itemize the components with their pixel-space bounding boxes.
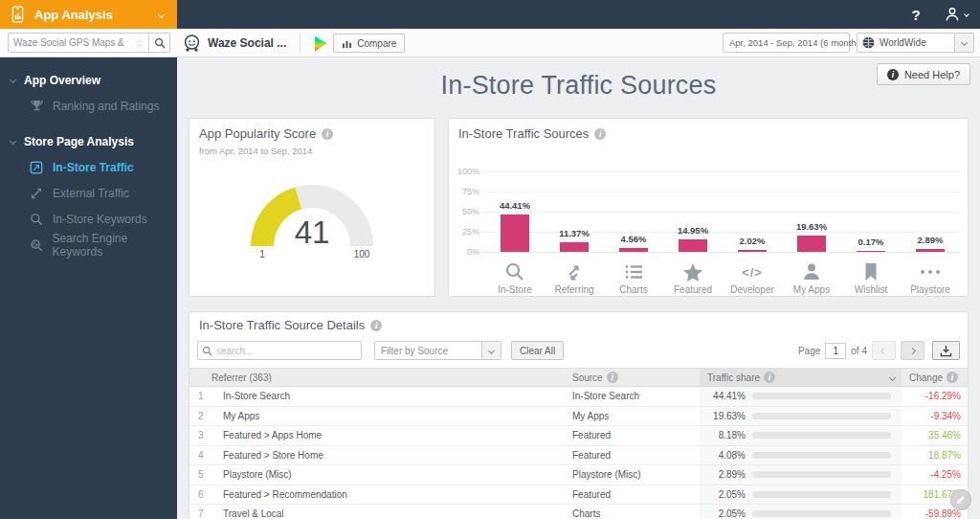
filter-by-source-select[interactable]: Filter by Source	[374, 341, 501, 360]
row-number: 2	[189, 411, 223, 421]
feedback-button[interactable]	[950, 489, 971, 510]
magnifier-icon	[198, 346, 216, 356]
sidebar-item-search-engine-keywords[interactable]: Search Engine Keywords	[0, 232, 177, 258]
bookmark-icon	[841, 260, 901, 283]
sidebar-section-store-page-analysis[interactable]: Store Page Analysis	[0, 128, 177, 154]
card-subtitle: from Apr, 2014 to Sep, 2014	[199, 146, 312, 156]
pagination: Page of 4	[798, 341, 960, 360]
waze-logo-icon	[182, 34, 202, 54]
referrer-cell: Travel & Local	[223, 508, 572, 519]
referrer-cell: Featured > Apps Home	[223, 430, 572, 440]
clear-all-button[interactable]: Clear All	[511, 341, 564, 360]
bar	[857, 251, 885, 253]
sidebar-section-app-overview[interactable]: App Overview	[0, 67, 177, 93]
app-search-input[interactable]	[9, 37, 130, 48]
date-range-value: Apr, 2014 - Sep, 2014 (6 months)	[729, 37, 863, 48]
sidebar-item-external-traffic[interactable]: External Traffic	[0, 180, 177, 206]
sidebar-item-in-store-traffic[interactable]: In-Store Traffic	[0, 154, 177, 180]
bar	[916, 249, 945, 252]
info-icon[interactable]	[594, 128, 606, 140]
card-title: In-Store Traffic Sources	[458, 126, 589, 141]
dropdown-arrow-icon	[954, 34, 973, 52]
sidebar-item-label: Ranking and Ratings	[53, 100, 159, 113]
share-bar-track	[752, 491, 891, 498]
header-label: Referrer (363)	[212, 372, 272, 383]
traffic-share-cell: 2.05%	[700, 485, 902, 505]
source-cell: Featured	[572, 489, 700, 500]
need-help-label: Need Help?	[904, 69, 960, 80]
ellipsis-icon	[901, 260, 960, 283]
compare-button[interactable]: Compare	[333, 34, 405, 53]
category-label: Charts	[604, 284, 663, 295]
region-selector[interactable]: WorldWide	[857, 33, 974, 53]
header-label: Change	[909, 372, 943, 383]
traffic-share-cell: 44.41%	[700, 387, 902, 406]
need-help-button[interactable]: Need Help?	[877, 63, 970, 85]
change-cell: -4.25%	[902, 469, 968, 480]
app-search-box: ☆	[8, 33, 170, 53]
favorite-star-icon[interactable]: ☆	[130, 36, 148, 50]
bar-value-label: 11.37%	[559, 228, 590, 238]
table-body: 1 In-Store Search In-Store Search 44.41%…	[189, 387, 968, 519]
y-tick: 0%	[453, 247, 479, 257]
info-icon	[887, 69, 899, 80]
traffic-source-details-card: In-Store Traffic Source Details Filter b…	[189, 311, 969, 519]
bar-value-label: 44.41%	[500, 200, 530, 211]
gauge-max-label: 100	[350, 249, 373, 260]
sidebar-item-in-store-keywords[interactable]: In-Store Keywords	[0, 206, 177, 232]
help-button[interactable]: ?	[902, 0, 930, 29]
traffic-share-cell: 19.63%	[700, 407, 902, 426]
region-value: WorldWide	[875, 37, 954, 48]
next-page-button[interactable]	[901, 341, 924, 360]
share-bar-track	[752, 452, 891, 459]
chevron-down-icon	[10, 77, 16, 83]
table-search-input[interactable]	[216, 346, 361, 356]
filter-label: Filter by Source	[375, 346, 481, 356]
page-label: Page	[798, 346, 820, 356]
traffic-sources-chart-card: In-Store Traffic Sources 100% 75% 50% 25…	[448, 118, 969, 297]
share-bar-track	[752, 471, 891, 478]
row-number: 7	[189, 508, 223, 519]
change-cell: -16.29%	[902, 391, 968, 401]
date-range-picker[interactable]: Apr, 2014 - Sep, 2014 (6 months)	[723, 33, 850, 53]
phone-chart-icon	[10, 5, 26, 24]
referrer-cell: My Apps	[223, 411, 572, 421]
table-row: 7 Travel & Local Charts 2.05% -59.89%	[189, 505, 968, 519]
info-icon[interactable]	[607, 372, 618, 383]
export-button[interactable]	[932, 341, 960, 360]
info-icon[interactable]	[764, 372, 775, 383]
column-header-traffic-share[interactable]: Traffic share	[700, 369, 902, 386]
page-number-input[interactable]	[825, 343, 846, 359]
info-icon[interactable]	[370, 320, 382, 331]
chart-column-referring: 11.37% Referring	[545, 168, 604, 294]
gauge-min-label: 1	[255, 249, 270, 260]
share-bar-track	[752, 432, 891, 439]
user-menu[interactable]	[938, 0, 974, 29]
sidebar-item-ranking-and-ratings[interactable]: Ranking and Ratings	[0, 93, 177, 119]
table-header: Referrer (363) Source Traffic share Chan…	[189, 368, 968, 387]
info-icon[interactable]	[947, 372, 958, 383]
keywords-magnifier-icon	[29, 212, 44, 227]
sidebar-item-label: In-Store Traffic	[53, 161, 134, 174]
column-header-change[interactable]: Change	[902, 369, 968, 386]
info-icon[interactable]	[322, 128, 333, 140]
search-engine-icon	[29, 237, 44, 253]
sort-descending-icon[interactable]	[889, 373, 896, 380]
traffic-share-cell: 8.18%	[700, 426, 902, 445]
search-submit-button[interactable]	[148, 34, 169, 52]
column-header-referrer[interactable]: Referrer (363)	[189, 369, 572, 386]
magnifier-icon	[485, 260, 545, 283]
google-play-icon[interactable]	[314, 35, 327, 52]
sidebar: App Overview Ranking and Ratings Store P…	[0, 57, 177, 519]
chart-column-wishlist: 0.17% Wishlist	[841, 168, 901, 294]
previous-page-button[interactable]	[872, 341, 896, 360]
column-header-source[interactable]: Source	[572, 369, 700, 386]
row-number: 3	[189, 430, 223, 440]
app-analysis-label: App Analysis	[34, 8, 159, 22]
app-analysis-menu[interactable]: App Analysis	[0, 0, 177, 29]
chart-plot-area: 44.41% In-Store 11.37% Referring 4.56%	[485, 168, 960, 294]
change-cell: 35.46%	[902, 430, 968, 440]
header-label: Source	[572, 372, 603, 383]
traffic-share-cell: 4.08%	[700, 446, 902, 465]
section-label: Store Page Analysis	[24, 135, 134, 148]
